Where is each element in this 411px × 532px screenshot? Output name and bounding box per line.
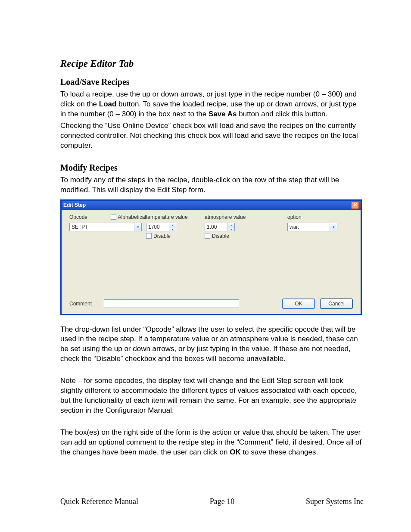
footer-page: Page 10 xyxy=(210,497,235,506)
paragraph-online-device: Checking the “Use Online Device” check b… xyxy=(60,121,364,151)
atmosphere-value: 1.00 xyxy=(207,224,217,230)
opcode-select[interactable]: SETPT ▾ xyxy=(69,223,142,231)
chevron-down-icon[interactable]: ▾ xyxy=(134,223,141,231)
text-span: to save these changes. xyxy=(241,448,318,456)
option-value: wait xyxy=(290,224,299,230)
chevron-down-icon[interactable]: ▾ xyxy=(330,223,337,231)
chevron-down-icon[interactable]: ▾ xyxy=(228,227,234,231)
section-title: Recipe Editor Tab xyxy=(60,58,364,69)
comment-label: Comment xyxy=(69,301,99,307)
paragraph-load-save: To load a recipe, use the up or down arr… xyxy=(60,90,364,119)
close-icon[interactable]: ✕ xyxy=(351,202,359,209)
option-label: option xyxy=(287,214,352,220)
load-label-bold: Load xyxy=(99,100,117,108)
opcode-value: SETPT xyxy=(72,224,88,230)
atmosphere-label: atmosphere value xyxy=(205,214,278,220)
paragraph-modify: To modify any of the steps in the recipe… xyxy=(60,175,364,195)
saveas-label-bold: Save As xyxy=(209,110,237,118)
cancel-button[interactable]: Cancel xyxy=(320,299,353,309)
ok-label-bold: OK xyxy=(230,448,241,456)
chevron-down-icon[interactable]: ▾ xyxy=(169,227,176,231)
temperature-label: temperature value xyxy=(146,214,202,220)
chevron-up-icon[interactable]: ▴ xyxy=(228,223,234,227)
atmosphere-disable-label: Disable xyxy=(212,233,229,239)
alphabetical-label: Alphabetical xyxy=(118,214,146,220)
page-footer: Quick Reference Manual Page 10 Super Sys… xyxy=(60,497,364,506)
edit-step-dialog: Edit Step ✕ Opcode Alphabetical SETPT ▾ xyxy=(60,199,362,315)
atmosphere-spinner[interactable]: 1.00 ▴ ▾ xyxy=(205,223,235,231)
option-select[interactable]: wait ▾ xyxy=(287,223,337,231)
chevron-up-icon[interactable]: ▴ xyxy=(169,223,176,227)
text-span: button and click this button. xyxy=(237,110,328,118)
temperature-spinner[interactable]: 1700 ▴ ▾ xyxy=(146,223,176,231)
alphabetical-checkbox[interactable] xyxy=(111,214,116,220)
atmosphere-disable-checkbox[interactable] xyxy=(205,233,210,239)
temperature-disable-label: Disable xyxy=(153,233,171,239)
dialog-title: Edit Step xyxy=(63,202,86,208)
subheading-modify: Modify Recipes xyxy=(60,163,364,173)
comment-input[interactable] xyxy=(104,299,239,308)
dialog-titlebar: Edit Step ✕ xyxy=(62,201,361,210)
paragraph-note: Note – for some opcodes, the display tex… xyxy=(60,376,364,416)
opcode-label: Opcode xyxy=(69,214,87,220)
temperature-disable-checkbox[interactable] xyxy=(146,233,152,239)
paragraph-comment-ok: The box(es) on the right side of the for… xyxy=(60,428,364,457)
paragraph-opcode-desc: The drop-down list under “Opcode” allows… xyxy=(60,325,364,364)
footer-right: Super Systems Inc xyxy=(306,497,364,506)
subheading-load-save: Load/Save Recipes xyxy=(60,77,364,87)
footer-left: Quick Reference Manual xyxy=(60,497,138,506)
ok-button[interactable]: OK xyxy=(282,299,315,309)
temperature-value: 1700 xyxy=(148,224,160,230)
